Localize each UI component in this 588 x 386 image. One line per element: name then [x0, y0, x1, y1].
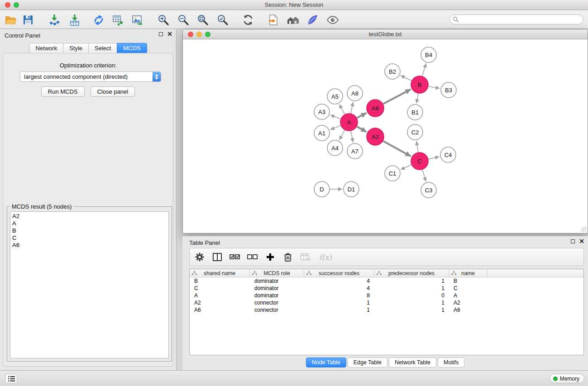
table-tab-edge-table[interactable]: Edge Table — [348, 357, 387, 367]
close-panel-icon[interactable]: ✕ — [167, 32, 172, 36]
network-canvas[interactable]: B4B2BB3A5A8A6B1A3AC2A1A2A4A7C4CC1C3DD1 — [183, 40, 587, 233]
graph-node-A6[interactable]: A6 — [367, 100, 384, 117]
table-cell[interactable]: 1 — [304, 300, 374, 306]
graph-edge-B-B1[interactable] — [416, 94, 418, 104]
graph-edge-C-C3[interactable] — [422, 170, 426, 181]
new-network-icon[interactable] — [92, 14, 105, 26]
table-row[interactable]: Adominator80A — [190, 292, 583, 299]
table-cell[interactable]: A2 — [449, 300, 488, 306]
graph-edge-B-B2[interactable] — [401, 76, 411, 81]
graph-edge-A6-B[interactable] — [383, 89, 411, 104]
table-row[interactable]: A2connector11A2 — [190, 299, 583, 306]
run-mcds-button[interactable]: Run MCDS — [41, 86, 85, 97]
graph-edge-A-A5[interactable] — [339, 105, 345, 114]
table-cell[interactable]: connector — [250, 307, 304, 313]
mcds-result-item[interactable]: A2 — [12, 213, 168, 220]
table-cell[interactable]: B — [449, 278, 488, 284]
graph-edge-A-A3[interactable] — [330, 115, 341, 119]
network-window-titlebar[interactable]: testGlobe.txt — [183, 29, 588, 39]
search-input[interactable] — [449, 14, 583, 24]
control-tab-style[interactable]: Style — [63, 43, 88, 53]
table-row[interactable]: Cdominator41C — [190, 285, 583, 292]
table-cell[interactable]: 1 — [374, 285, 449, 291]
mcds-result-item[interactable]: B — [12, 227, 168, 234]
table-cell[interactable]: C — [449, 285, 488, 291]
column-header-name[interactable]: name — [449, 269, 488, 277]
close-table-panel-icon[interactable]: ✕ — [579, 239, 584, 243]
graph-node-A[interactable]: A — [340, 114, 358, 131]
settings-gear-icon[interactable] — [194, 252, 205, 262]
save-session-icon[interactable] — [22, 14, 34, 26]
table-cell[interactable]: 8 — [304, 292, 374, 299]
optimization-criterion-select[interactable]: largest connected component (directed) — [20, 71, 161, 82]
graph-edge-A-A2[interactable] — [357, 127, 367, 132]
deselect-all-icon[interactable] — [247, 252, 258, 262]
control-tab-mcds[interactable]: MCDS — [117, 43, 147, 53]
mcds-result-list[interactable]: A2ABCA6 — [10, 211, 169, 358]
graph-node-A7[interactable]: A7 — [347, 143, 363, 159]
graph-node-A4[interactable]: A4 — [327, 140, 343, 156]
table-cell[interactable]: A6 — [449, 307, 488, 313]
graph-edge-C-C1[interactable] — [401, 165, 411, 170]
zoom-network-window-icon[interactable] — [205, 32, 210, 37]
graph-edge-B-B4[interactable] — [422, 63, 426, 76]
table-cell[interactable]: connector — [250, 300, 304, 306]
table-cell[interactable]: 4 — [304, 285, 374, 291]
table-cell[interactable]: A — [449, 292, 488, 299]
table-tab-motifs[interactable]: Motifs — [438, 357, 464, 367]
control-tab-select[interactable]: Select — [88, 43, 117, 53]
table-cell[interactable]: dominator — [250, 285, 304, 291]
float-table-panel-icon[interactable] — [571, 239, 575, 243]
column-header-MCDS-role[interactable]: MCDS role — [250, 269, 304, 277]
mcds-result-item[interactable]: C — [12, 234, 168, 242]
table-cell[interactable]: dominator — [250, 292, 304, 299]
table-cell[interactable]: 4 — [304, 278, 374, 284]
float-panel-icon[interactable] — [159, 32, 163, 36]
graph-edge-C-C4[interactable] — [429, 157, 440, 159]
graph-edge-A-A1[interactable] — [330, 125, 341, 129]
graph-node-D[interactable]: D — [314, 181, 330, 197]
style-icon[interactable] — [306, 14, 319, 26]
close-window-icon[interactable] — [5, 2, 10, 8]
graph-node-B3[interactable]: B3 — [441, 82, 456, 98]
graph-edge-A-A8[interactable] — [351, 102, 353, 114]
table-cell[interactable]: 1 — [304, 307, 374, 313]
zoom-fit-icon[interactable] — [196, 14, 209, 26]
control-tab-network[interactable]: Network — [29, 43, 63, 53]
export-image-icon[interactable] — [131, 14, 143, 26]
graph-node-A1[interactable]: A1 — [314, 125, 330, 141]
mcds-result-item[interactable]: A6 — [12, 242, 168, 249]
zoom-in-icon[interactable] — [157, 14, 170, 26]
network-graph[interactable]: B4B2BB3A5A8A6B1A3AC2A1A2A4A7C4CC1C3DD1 — [183, 40, 587, 233]
graph-node-A2[interactable]: A2 — [367, 128, 384, 145]
table-cell[interactable]: dominator — [250, 278, 304, 284]
graph-node-C[interactable]: C — [411, 152, 428, 170]
close-panel-button[interactable]: Close panel — [91, 86, 135, 97]
table-cell[interactable]: C — [190, 285, 250, 291]
show-graphics-details-eye-icon[interactable] — [326, 14, 339, 26]
graph-node-C3[interactable]: C3 — [421, 182, 436, 198]
graph-edge-A-A7[interactable] — [351, 131, 353, 143]
graph-node-B2[interactable]: B2 — [385, 64, 400, 79]
table-cell[interactable]: 0 — [374, 292, 449, 299]
graph-edge-C-C2[interactable] — [416, 141, 418, 152]
column-header-shared-name[interactable]: shared name — [190, 269, 250, 277]
column-header-successor-nodes[interactable]: successor nodes — [304, 269, 374, 277]
close-network-window-icon[interactable] — [188, 32, 193, 37]
graph-node-A3[interactable]: A3 — [314, 104, 330, 119]
graph-edge-B-B3[interactable] — [429, 86, 440, 89]
column-layout-icon[interactable] — [212, 252, 223, 262]
add-column-icon[interactable] — [265, 252, 276, 262]
delete-column-trash-icon[interactable] — [282, 252, 293, 262]
import-table-file-icon[interactable] — [68, 14, 81, 26]
graph-edge-A-A4[interactable] — [339, 130, 345, 140]
resize-grip[interactable] — [581, 227, 587, 233]
graph-node-B4[interactable]: B4 — [421, 47, 436, 62]
table-cell[interactable]: 1 — [374, 300, 449, 306]
table-cell[interactable]: A6 — [190, 307, 250, 313]
apply-layout-icon[interactable] — [242, 14, 254, 26]
open-session-icon[interactable] — [4, 14, 17, 26]
table-cell[interactable]: A — [190, 292, 250, 299]
zoom-selected-icon[interactable] — [216, 14, 229, 26]
graph-node-C4[interactable]: C4 — [440, 147, 456, 162]
